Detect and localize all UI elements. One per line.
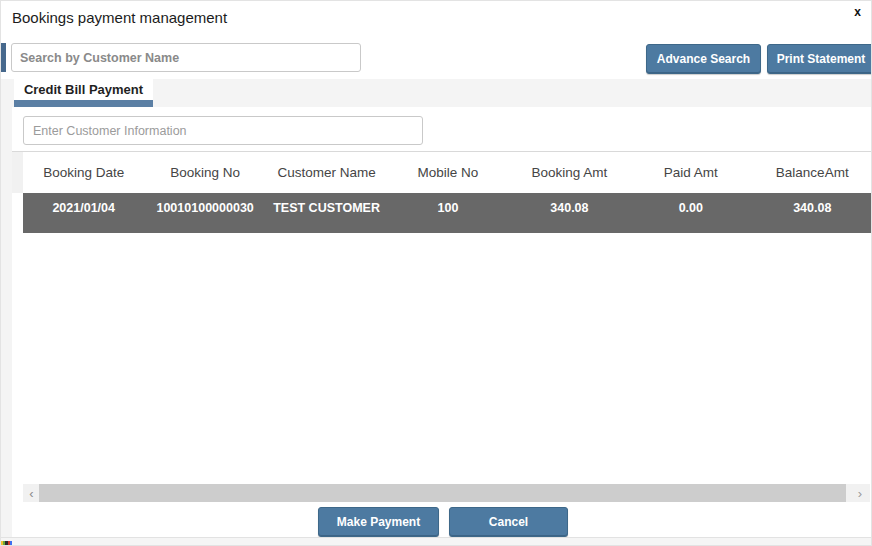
cell-customer-name: TEST CUSTOMER [266,193,387,233]
table-header-row: Booking Date Booking No Customer Name Mo… [12,151,872,193]
column-header-booking-no[interactable]: Booking No [144,152,265,193]
table-row[interactable]: 2021/01/04 10010100000030 TEST CUSTOMER … [23,193,872,233]
make-payment-button[interactable]: Make Payment [318,507,439,537]
column-header-customer-name[interactable]: Customer Name [266,152,387,193]
tab-credit-bill-payment[interactable]: Credit Bill Payment [14,79,153,100]
column-header-mobile-no[interactable]: Mobile No [387,152,508,193]
dialog-title: Bookings payment management [12,9,227,26]
bookings-payment-dialog: Bookings payment management x Advance Se… [0,0,872,546]
close-icon[interactable]: x [850,3,865,21]
advance-search-button[interactable]: Advance Search [646,44,761,74]
left-accent-fragment [1,43,6,72]
active-tab-underline [14,100,153,107]
scroll-left-icon[interactable]: ‹ [23,484,40,502]
cell-booking-amt: 340.08 [509,193,630,233]
scroll-right-icon[interactable]: › [850,484,870,502]
column-header-balance-amt[interactable]: BalanceAmt [752,152,872,193]
footer-strip [1,537,872,545]
column-header-paid-amt[interactable]: Paid Amt [630,152,751,193]
cancel-button[interactable]: Cancel [449,507,568,537]
row-header-cell [12,152,23,193]
scrollbar-thumb[interactable] [39,484,846,502]
column-header-booking-date[interactable]: Booking Date [23,152,144,193]
cell-paid-amt: 0.00 [630,193,751,233]
left-gutter [1,107,12,540]
horizontal-scrollbar[interactable]: ‹ › [23,484,870,502]
tab-strip: Credit Bill Payment [1,79,872,107]
column-header-booking-amt[interactable]: Booking Amt [509,152,630,193]
cell-booking-date: 2021/01/04 [23,193,144,233]
cell-mobile-no: 100 [387,193,508,233]
search-input[interactable] [11,43,361,72]
cell-balance-amt: 340.08 [752,193,872,233]
print-statement-button[interactable]: Print Statement [767,44,872,74]
cell-booking-no: 10010100000030 [144,193,265,233]
taskbar-icon-fragment [1,541,12,545]
customer-information-input[interactable] [23,116,423,145]
